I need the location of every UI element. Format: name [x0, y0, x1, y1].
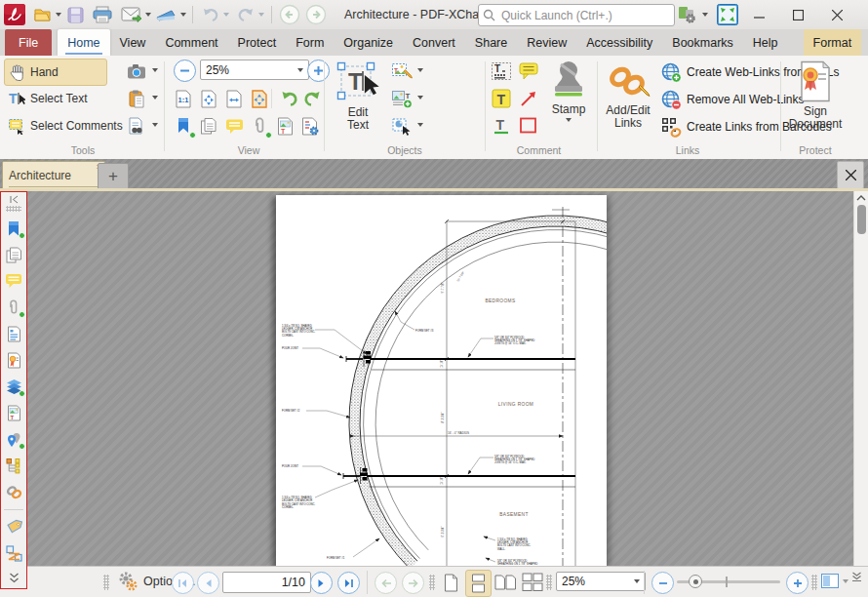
sidebar-item-content[interactable]: T — [3, 403, 24, 422]
edit-text-button[interactable]: T Edit Text — [330, 59, 386, 144]
sidebar-item-comments[interactable] — [3, 271, 24, 291]
zoom-grip[interactable] — [546, 575, 552, 590]
tab-comment[interactable]: Comment — [155, 29, 227, 56]
reading-pane-button[interactable] — [821, 574, 839, 592]
close-window-button[interactable] — [817, 2, 856, 27]
tab-share[interactable]: Share — [465, 29, 517, 56]
select-objects-caret[interactable] — [417, 123, 423, 127]
bookmarks-pane-button[interactable] — [172, 114, 195, 138]
scroll-up-icon[interactable] — [856, 194, 866, 202]
next-view-button[interactable] — [402, 572, 424, 594]
quick-launch-box[interactable] — [478, 4, 675, 26]
sidebar-more-button[interactable] — [3, 569, 24, 588]
open-dropdown-caret[interactable] — [56, 13, 61, 17]
undo-dropdown-caret[interactable] — [223, 13, 229, 17]
sign-document-button[interactable]: Sign Document — [786, 59, 845, 144]
pane-grip[interactable] — [811, 575, 817, 590]
typewriter-tool-button[interactable]: T — [490, 60, 513, 83]
sidebar-item-signatures[interactable] — [3, 350, 24, 370]
two-pages-layout-button[interactable] — [493, 570, 517, 595]
select-text-button[interactable]: T Select Text — [4, 86, 129, 111]
underline-text-tool-button[interactable]: T — [490, 114, 513, 138]
minimize-button[interactable] — [739, 2, 778, 27]
statusbar-zoom-combo[interactable]: 25% — [556, 572, 646, 591]
attachments-pane-button[interactable] — [248, 114, 271, 138]
paste-caret[interactable] — [152, 96, 158, 100]
close-document-button[interactable] — [837, 161, 864, 189]
history-forward-button[interactable] — [305, 3, 327, 26]
add-image-caret[interactable] — [417, 96, 423, 100]
sorted-comments-button[interactable] — [298, 114, 322, 138]
content-pane-button[interactable]: T — [273, 114, 296, 138]
quick-launch-input[interactable] — [499, 8, 659, 23]
sticky-note-tool-button[interactable] — [517, 60, 540, 83]
two-pages-continuous-button[interactable] — [520, 570, 544, 595]
snapshot-button[interactable] — [125, 60, 148, 83]
sidebar-grip[interactable] — [6, 206, 21, 212]
comments-pane-button[interactable] — [222, 114, 246, 138]
sidebar-item-order[interactable] — [3, 456, 24, 475]
zoom-in-button[interactable] — [307, 60, 330, 82]
find-button[interactable] — [125, 114, 148, 138]
tab-view[interactable]: View — [110, 29, 156, 56]
pdf-page[interactable]: 16' - 0" RADIUS BEDROOMS LIVING ROOM BAS… — [276, 195, 607, 566]
tab-file[interactable]: File — [5, 29, 52, 56]
sidebar-item-tags[interactable] — [3, 517, 24, 537]
tab-convert[interactable]: Convert — [403, 29, 465, 56]
paste-button[interactable] — [125, 87, 148, 110]
previous-view-button[interactable] — [375, 572, 397, 594]
tab-protect[interactable]: Protect — [228, 29, 287, 56]
find-caret[interactable] — [152, 123, 158, 127]
remove-weblinks-button[interactable]: Remove All Web-Links — [661, 88, 805, 111]
arrow-tool-button[interactable] — [517, 87, 540, 110]
zoom-level-combo[interactable]: 25% — [200, 60, 309, 80]
zoom-slider-thumb[interactable] — [689, 575, 702, 588]
add-image-button[interactable]: T — [390, 87, 414, 110]
last-page-button[interactable] — [337, 572, 360, 594]
zoom-out-button[interactable] — [174, 60, 196, 82]
sidebar-item-bookmarks[interactable] — [3, 219, 24, 238]
sidebar-item-destinations[interactable] — [3, 429, 24, 449]
reading-pane-caret[interactable] — [843, 579, 848, 583]
thumbnails-pane-button[interactable] — [197, 114, 220, 138]
redo-dropdown-caret[interactable] — [258, 13, 264, 17]
single-page-layout-button[interactable] — [439, 570, 463, 595]
tab-format[interactable]: Format — [804, 29, 862, 56]
tab-review[interactable]: Review — [517, 29, 576, 56]
rotate-cw-button[interactable] — [300, 87, 324, 110]
scan-button[interactable] — [152, 3, 179, 26]
undo-button[interactable] — [199, 3, 222, 26]
statusbar-collapse-button[interactable] — [851, 568, 862, 585]
document-view-area[interactable]: 16' - 0" RADIUS BEDROOMS LIVING ROOM BAS… — [0, 191, 868, 566]
sidebar-item-layers[interactable] — [3, 377, 24, 396]
find-in-document-button[interactable] — [861, 29, 868, 56]
sidebar-item-thumbnails[interactable] — [3, 245, 24, 264]
sidebar-collapse-button[interactable] — [10, 195, 19, 204]
redo-button[interactable] — [234, 3, 257, 26]
sidebar-item-z-order[interactable] — [3, 543, 24, 563]
scrollbar-thumb[interactable] — [857, 205, 866, 234]
ui-options-caret[interactable] — [702, 13, 708, 17]
continuous-layout-button[interactable] — [465, 570, 492, 597]
save-button[interactable] — [62, 3, 88, 26]
sidebar-item-attachments[interactable] — [3, 298, 24, 317]
tab-accessibility[interactable]: Accessibility — [576, 29, 662, 56]
tab-home[interactable]: Home — [58, 29, 109, 56]
zoom-out-statusbar-button[interactable] — [651, 572, 674, 594]
email-button[interactable] — [117, 3, 144, 26]
fullscreen-button[interactable] — [714, 3, 741, 26]
hand-tool-button[interactable]: Hand — [4, 59, 107, 86]
tab-organize[interactable]: Organize — [334, 29, 403, 56]
maximize-button[interactable] — [778, 2, 817, 27]
vertical-scrollbar[interactable] — [853, 191, 868, 566]
rotate-ccw-button[interactable] — [277, 87, 300, 110]
ui-options-button[interactable] — [675, 3, 700, 26]
tab-form[interactable]: Form — [286, 29, 334, 56]
open-button[interactable] — [31, 3, 55, 26]
document-tab-architecture[interactable]: Architecture × — [2, 161, 105, 189]
layout-grip[interactable] — [429, 575, 435, 590]
highlight-text-tool-button[interactable]: T — [490, 87, 513, 110]
sidebar-item-fields[interactable] — [3, 324, 24, 343]
sidebar-item-links[interactable] — [3, 482, 24, 501]
fit-width-button[interactable] — [222, 87, 246, 110]
